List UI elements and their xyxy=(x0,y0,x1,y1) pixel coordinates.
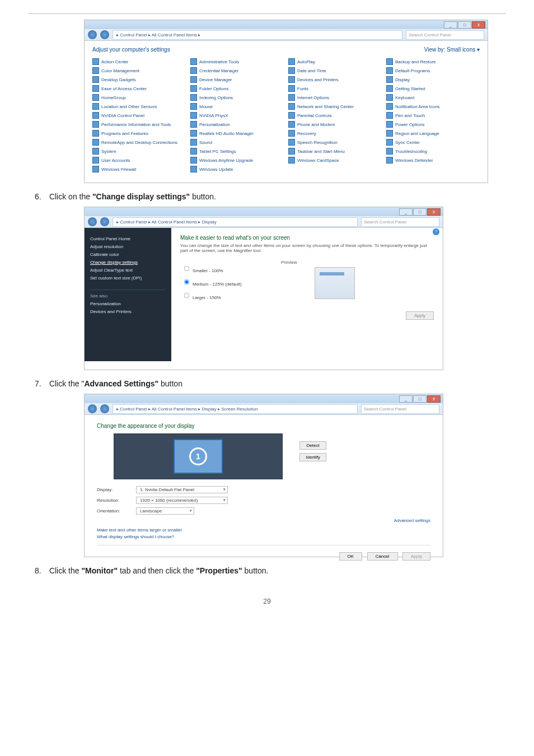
cp-item-icon xyxy=(92,166,99,172)
sidebar-link[interactable]: Set custom text size (DPI) xyxy=(90,276,166,281)
size-option[interactable]: Larger - 150% xyxy=(180,290,281,300)
cp-item[interactable]: Date and Time xyxy=(288,67,382,74)
minimize-button[interactable]: _ xyxy=(444,21,457,29)
sidebar-home[interactable]: Control Panel Home xyxy=(90,236,166,241)
cp-item[interactable]: Windows Anytime Upgrade xyxy=(190,157,284,164)
cp-item[interactable]: Administrative Tools xyxy=(190,58,284,65)
detect-button[interactable]: Detect xyxy=(299,441,326,450)
ok-button[interactable]: OK xyxy=(339,552,363,561)
cp-item[interactable]: System xyxy=(92,148,186,155)
display-select[interactable]: 1. Nvidia Default Flat Panel xyxy=(136,486,228,493)
cp-item[interactable]: Programs and Features xyxy=(92,130,186,137)
cp-item[interactable]: Backup and Restore xyxy=(386,58,480,65)
breadcrumb[interactable]: ▸ Control Panel ▸ All Control Panel Item… xyxy=(113,30,402,40)
cp-item[interactable]: Mouse xyxy=(190,103,284,110)
cp-item[interactable]: Windows Firewall xyxy=(92,166,186,172)
search-input[interactable]: Search Control Panel xyxy=(361,217,439,227)
close-button[interactable]: X xyxy=(472,21,485,29)
resolution-select[interactable]: 1920 × 1080 (recommended) xyxy=(136,497,228,504)
breadcrumb[interactable]: ▸ Control Panel ▸ All Control Panel Item… xyxy=(113,217,358,227)
apply-button[interactable]: Apply xyxy=(402,552,430,561)
cp-item[interactable]: NVIDIA Control Panel xyxy=(92,112,186,119)
cp-item[interactable]: Action Center xyxy=(92,58,186,65)
cp-item[interactable]: Personalization xyxy=(190,121,284,128)
nav-fwd-icon[interactable] xyxy=(100,217,109,226)
minimize-button[interactable]: _ xyxy=(399,395,413,403)
cp-item[interactable]: Sync Center xyxy=(386,139,480,146)
cp-item[interactable]: Display xyxy=(386,76,480,83)
cp-item[interactable]: Ease of Access Center xyxy=(92,85,186,92)
cp-item[interactable]: Power Options xyxy=(386,121,480,128)
cp-item[interactable]: Recovery xyxy=(288,130,382,137)
cp-item[interactable]: Windows Update xyxy=(190,166,284,172)
size-option[interactable]: Medium - 125% (default) xyxy=(180,277,281,287)
search-input[interactable]: Search Control Panel xyxy=(406,30,484,40)
nav-back-icon[interactable] xyxy=(88,404,97,413)
see-personalization[interactable]: Personalization xyxy=(90,301,166,306)
see-devices[interactable]: Devices and Printers xyxy=(90,309,166,314)
cp-item[interactable]: Sound xyxy=(190,139,284,146)
cp-item[interactable]: Network and Sharing Center xyxy=(288,103,382,110)
cp-item[interactable]: Getting Started xyxy=(386,85,480,92)
cp-item[interactable]: Phone and Modem xyxy=(288,121,382,128)
cp-item[interactable]: User Accounts xyxy=(92,157,186,164)
sidebar-link[interactable]: Change display settings xyxy=(90,260,166,265)
advanced-settings-link[interactable]: Advanced settings xyxy=(394,518,430,523)
cp-item[interactable]: Location and Other Sensors xyxy=(92,103,186,110)
cp-item[interactable]: Realtek HD Audio Manager xyxy=(190,130,284,137)
nav-back-icon[interactable] xyxy=(88,30,97,39)
cp-item[interactable]: Devices and Printers xyxy=(288,76,382,83)
cp-item[interactable]: Desktop Gadgets xyxy=(92,76,186,83)
cp-item[interactable]: NVIDIA PhysX xyxy=(190,112,284,119)
cp-item[interactable]: HomeGroup xyxy=(92,94,186,101)
cp-item[interactable]: Default Programs xyxy=(386,67,480,74)
maximize-button[interactable]: □ xyxy=(413,208,427,216)
cp-item[interactable]: Credential Manager xyxy=(190,67,284,74)
nav-back-icon[interactable] xyxy=(88,217,97,226)
maximize-button[interactable]: □ xyxy=(458,21,471,29)
cp-item[interactable]: Color Management xyxy=(92,67,186,74)
cancel-button[interactable]: Cancel xyxy=(367,552,398,561)
cp-item[interactable]: Parental Controls xyxy=(288,112,382,119)
close-button[interactable]: X xyxy=(427,208,441,216)
view-by[interactable]: View by: Small icons ▾ xyxy=(424,46,480,53)
text-size-link[interactable]: Make text and other items larger or smal… xyxy=(97,528,430,533)
cp-item[interactable]: Taskbar and Start Menu xyxy=(288,148,382,155)
apply-button[interactable]: Apply xyxy=(406,311,434,320)
cp-item[interactable]: Device Manager xyxy=(190,76,284,83)
minimize-button[interactable]: _ xyxy=(399,208,413,216)
cp-item[interactable]: Performance Information and Tools xyxy=(92,121,186,128)
nav-fwd-icon[interactable] xyxy=(100,404,109,413)
identify-button[interactable]: Identify xyxy=(299,453,326,461)
cp-item-label: RemoteApp and Desktop Connections xyxy=(101,140,177,145)
cp-item[interactable]: Speech Recognition xyxy=(288,139,382,146)
cp-item[interactable]: Pen and Touch xyxy=(386,112,480,119)
cp-item[interactable]: Windows CardSpace xyxy=(288,157,382,164)
monitor-icon[interactable]: 1 xyxy=(174,439,223,474)
cp-item[interactable]: Keyboard xyxy=(386,94,480,101)
cp-item[interactable]: Region and Language xyxy=(386,130,480,137)
cp-item[interactable]: Fonts xyxy=(288,85,382,92)
help-link[interactable]: What display settings should I choose? xyxy=(97,534,430,539)
nav-fwd-icon[interactable] xyxy=(100,30,109,39)
close-button[interactable]: X xyxy=(427,395,441,403)
cp-item-icon xyxy=(288,112,295,119)
cp-item[interactable]: RemoteApp and Desktop Connections xyxy=(92,139,186,146)
maximize-button[interactable]: □ xyxy=(413,395,427,403)
sidebar-link[interactable]: Calibrate color xyxy=(90,252,166,257)
size-option[interactable]: Smaller - 100% xyxy=(180,263,281,273)
breadcrumb[interactable]: ▸ Control Panel ▸ All Control Panel Item… xyxy=(113,404,358,414)
cp-item[interactable]: AutoPlay xyxy=(288,58,382,65)
sidebar-link[interactable]: Adjust resolution xyxy=(90,244,166,249)
sidebar-link[interactable]: Adjust ClearType text xyxy=(90,268,166,273)
cp-item[interactable]: Folder Options xyxy=(190,85,284,92)
cp-item[interactable]: Windows Defender xyxy=(386,157,480,164)
cp-item[interactable]: Tablet PC Settings xyxy=(190,148,284,155)
cp-item[interactable]: Internet Options xyxy=(288,94,382,101)
orientation-select[interactable]: Landscape xyxy=(136,507,194,515)
cp-item[interactable]: Troubleshooting xyxy=(386,148,480,155)
search-input[interactable]: Search Control Panel xyxy=(361,404,439,414)
cp-item[interactable]: Notification Area Icons xyxy=(386,103,480,110)
help-icon[interactable]: ? xyxy=(433,228,439,235)
cp-item[interactable]: Indexing Options xyxy=(190,94,284,101)
